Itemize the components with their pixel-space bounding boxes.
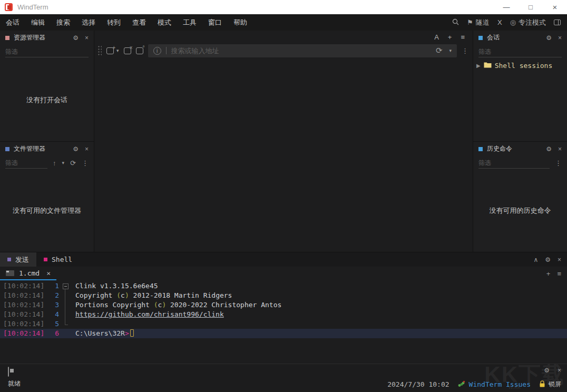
menu-item-2[interactable]: 编辑 [25,14,51,31]
file-manager-filter-row: ↑ ▾ ⟳ ⋮ [0,156,94,170]
tab-color-square [7,258,11,261]
file-manager-panel-header: 文件管理器 ⚙ × [0,142,94,156]
explorer-panel: 资源管理器 ⚙ × 没有打开会话 [0,31,94,141]
chevron-right-icon[interactable]: ▶ [476,63,481,68]
tree-item-shell-sessions[interactable]: ▶ Shell sessions [476,62,552,70]
chevron-down-icon[interactable]: ▾ [116,48,119,53]
drag-grip[interactable] [97,45,102,56]
close-icon[interactable]: × [558,256,561,263]
windterm-issues-link[interactable]: WindTerm Issues [458,380,531,389]
lock-screen-button[interactable]: 锁屏 [539,380,561,389]
status-app-icon-area[interactable] [8,367,9,377]
xterm-button[interactable]: X [497,18,502,26]
tunnel-button[interactable]: ⚑ 隧道 [467,18,490,27]
chevron-down-icon[interactable]: ▾ [449,48,452,53]
text-segment: 2012-2018 Martin Ridgers [129,291,232,299]
terminal-tabs-row: 1.cmd × + ≡ [0,267,567,280]
session-workspace[interactable] [94,58,473,252]
text-segment: Portions Copyright [75,301,154,309]
tab-color-square [44,258,47,261]
address-input[interactable] [171,47,431,55]
menu-item-7[interactable]: 模式 [152,14,177,31]
fold-marker [61,329,71,338]
more-dots-icon[interactable]: ⋮ [462,47,468,55]
gear-icon[interactable]: ⚙ [73,34,79,42]
status-right: 2024/7/30 10:02 WindTerm Issues 锁屏 [387,380,561,389]
terminal[interactable]: [10:02:14]1Clink v1.3.15.6e6e45[10:02:14… [0,280,567,364]
terminal-line: [10:02:14]6C:\Users\32R> [0,329,567,338]
gear-icon[interactable]: ⚙ [73,145,79,153]
file-manager-panel-title: 文件管理器 [14,144,69,153]
file-manager-filter-input[interactable] [5,157,47,169]
menu-item-8[interactable]: 工具 [177,14,202,31]
add-icon[interactable]: + [546,270,551,278]
font-icon[interactable]: A [434,33,439,41]
more-dots-icon[interactable]: ⋮ [82,159,89,167]
close-icon[interactable]: × [558,367,561,374]
new-tab-icon[interactable] [106,47,114,54]
add-icon[interactable]: + [448,33,452,41]
menu-item-6[interactable]: 查看 [126,14,152,31]
bottom-tab-1[interactable]: 发送 [0,252,36,267]
line-number: 6 [44,329,59,338]
menu-right-tools: ⚑ 隧道 X ◎ 专注模式 [452,18,567,27]
close-icon[interactable]: × [85,34,89,42]
gear-icon[interactable]: ⚙ [546,145,552,153]
text-segment: ( [116,291,121,299]
tunnel-label: 隧道 [476,18,490,27]
gear-icon[interactable]: ⚙ [546,34,552,42]
close-icon[interactable]: × [85,145,89,153]
windterm-ghost-icon [8,367,9,377]
chevron-down-icon[interactable]: ▾ [62,160,65,165]
menu-item-1[interactable]: 会话 [0,14,25,31]
menu-item-10[interactable]: 帮助 [228,14,253,31]
sessions-filter-input[interactable] [478,46,562,57]
more-dots-icon[interactable]: ⋮ [555,159,562,167]
bottom-tab-2[interactable]: Shell [36,252,80,267]
close-icon[interactable]: × [46,269,51,277]
address-search-field[interactable]: i ⟳ ▾ [148,44,457,57]
close-tab-icon[interactable] [124,47,131,54]
menu-item-9[interactable]: 窗口 [202,14,228,31]
up-arrow-icon[interactable]: ↑ [53,159,56,167]
explorer-filter-input[interactable] [5,46,89,57]
menu-item-5[interactable]: 转到 [101,14,126,31]
terminal-link[interactable]: https://github.com/chrisant996/clink [75,310,224,318]
maximize-button[interactable]: □ [519,0,543,14]
line-number: 3 [44,300,59,310]
line-timestamp: [10:02:14] [0,291,44,300]
sessions-panel-title: 会话 [487,33,542,42]
gear-icon[interactable]: ⚙ [545,256,551,263]
gear-icon[interactable]: ⚙ [544,367,550,374]
line-number: 1 [44,281,59,291]
line-text: C:\Users\32R> [71,329,134,338]
close-button[interactable]: × [543,0,567,14]
hamburger-icon[interactable]: ≡ [461,33,465,41]
collapse-icon[interactable]: ∧ [533,256,538,263]
lock-label: 锁屏 [549,380,561,389]
menu-item-4[interactable]: 选择 [76,14,101,31]
line-text: Copyright (c) 2012-2018 Martin Ridgers [71,291,232,300]
menu-item-3[interactable]: 搜索 [51,14,76,31]
status-datetime: 2024/7/30 10:02 [387,380,449,388]
center-toolbar: A + ≡ [94,31,473,43]
sessions-tree: ▶ Shell sessions [473,58,567,141]
window-title: WindTerm [17,3,48,11]
line-text: Clink v1.3.15.6e6e45 [71,281,158,291]
detach-tab-icon[interactable] [136,47,143,54]
fold-marker[interactable] [61,281,71,291]
minimize-button[interactable]: — [494,0,519,14]
terminal-line: [10:02:14]5 [0,319,567,329]
close-icon[interactable]: × [558,145,562,153]
refresh-icon[interactable]: ⟳ [436,46,443,55]
terminal-tab-1cmd[interactable]: 1.cmd × [0,267,56,280]
explorer-panel-header: 资源管理器 ⚙ × [0,31,94,45]
history-filter-input[interactable] [478,157,550,169]
close-icon[interactable]: × [558,34,562,42]
refresh-icon[interactable]: ⟳ [70,159,76,167]
layout-icon[interactable] [554,19,561,25]
info-icon[interactable]: i [153,47,161,55]
search-icon[interactable] [452,18,459,27]
hamburger-icon[interactable]: ≡ [557,270,561,278]
focus-mode-button[interactable]: ◎ 专注模式 [510,18,546,27]
